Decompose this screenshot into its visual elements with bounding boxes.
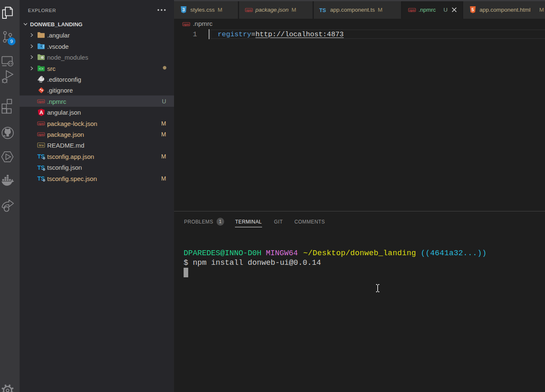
svg-text:npm: npm xyxy=(38,133,44,136)
svg-text:A: A xyxy=(39,109,43,115)
svg-text:5: 5 xyxy=(472,7,474,12)
svg-text:9: 9 xyxy=(10,39,13,44)
svg-text:<>: <> xyxy=(39,67,43,71)
svg-text:n: n xyxy=(42,56,43,59)
svg-text:npm: npm xyxy=(184,23,189,26)
svg-text:npm: npm xyxy=(409,9,415,12)
svg-text:M: M xyxy=(39,144,42,148)
svg-text:npm: npm xyxy=(246,9,252,12)
svg-text:3: 3 xyxy=(182,7,185,12)
svg-text:npm: npm xyxy=(38,100,44,103)
svg-text:TS: TS xyxy=(319,7,326,13)
svg-text:npm: npm xyxy=(38,122,44,125)
